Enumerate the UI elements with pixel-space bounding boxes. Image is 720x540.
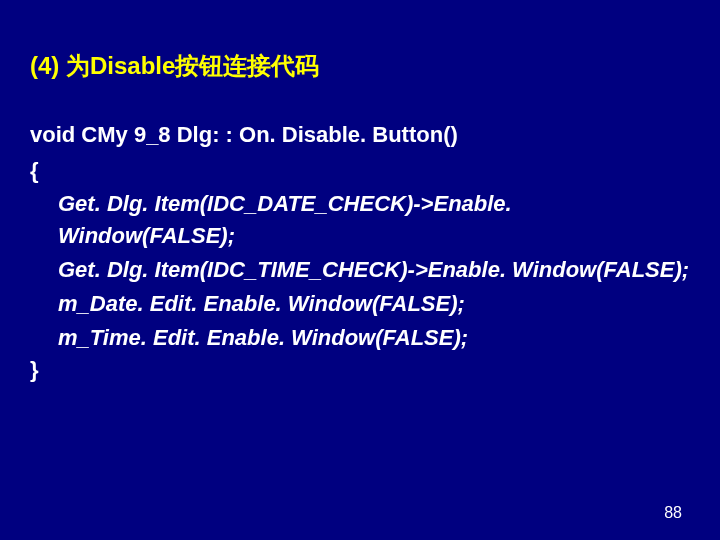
code-line: m_Time. Edit. Enable. Window(FALSE); <box>58 322 690 354</box>
code-line: m_Date. Edit. Enable. Window(FALSE); <box>58 288 690 320</box>
function-signature: void CMy 9_8 Dlg: : On. Disable. Button(… <box>30 122 690 148</box>
open-brace: { <box>30 158 690 184</box>
slide: (4) 为Disable按钮连接代码 void CMy 9_8 Dlg: : O… <box>0 0 720 540</box>
code-line: Get. Dlg. Item(IDC_TIME_CHECK)->Enable. … <box>58 254 690 286</box>
section-heading: (4) 为Disable按钮连接代码 <box>30 50 690 82</box>
close-brace: } <box>30 357 690 383</box>
page-number: 88 <box>664 504 682 522</box>
code-line: Get. Dlg. Item(IDC_DATE_CHECK)->Enable. … <box>58 188 690 252</box>
